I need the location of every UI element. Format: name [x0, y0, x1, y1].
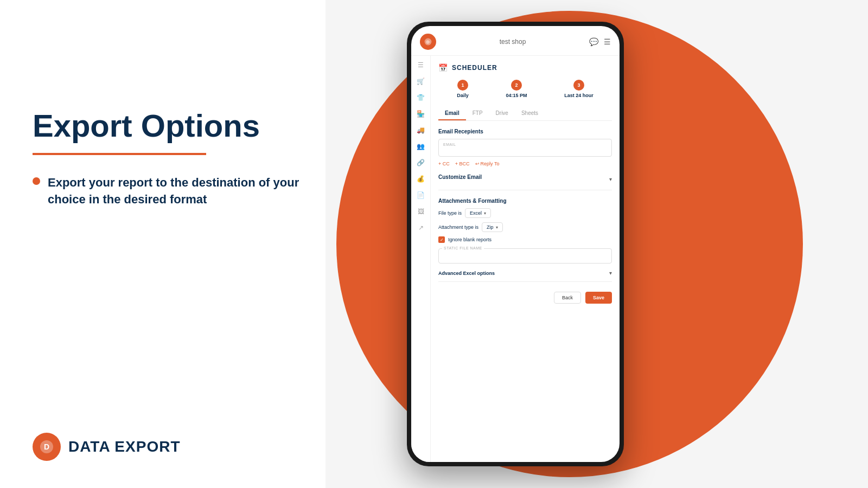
app-body: ☰ 🛒 👕 🏪 🚚 👥 🔗 💰 📄 🖼 ↗ 📅 — [411, 56, 620, 462]
scheduler-header: 📅 SCHEDULER — [438, 63, 612, 72]
step-3-badge: 3 — [573, 80, 584, 91]
tabs-row: Email FTP Drive Sheets — [438, 107, 612, 121]
bcc-button[interactable]: + BCC — [455, 161, 470, 166]
customize-chevron-icon[interactable]: ▾ — [609, 176, 612, 182]
sidebar-doc-icon[interactable]: 📄 — [417, 191, 425, 199]
hero-title: Export Options — [33, 108, 304, 143]
advanced-excel-label: Advanced Excel options — [438, 271, 495, 276]
save-button[interactable]: Save — [585, 292, 612, 304]
bullet-text: Export your report to the destination of… — [48, 175, 304, 208]
svg-text:D: D — [426, 40, 430, 44]
ignore-blank-row: ✓ Ignore blank reports — [438, 236, 612, 243]
attachment-type-select[interactable]: Zip ▾ — [482, 222, 503, 232]
email-field-wrap[interactable]: EMAIL — [438, 139, 612, 157]
step-2: 2 04:15 PM — [506, 80, 527, 98]
email-field-label: EMAIL — [443, 143, 607, 146]
logo-section: D DATA EXPORT — [33, 433, 304, 461]
hero-bullet: Export your report to the destination of… — [33, 175, 304, 208]
sidebar-shirt-icon[interactable]: 👕 — [417, 94, 425, 101]
tab-sheets[interactable]: Sheets — [515, 107, 545, 120]
reply-icon: ↩ — [475, 161, 480, 166]
app-sidebar: ☰ 🛒 👕 🏪 🚚 👥 🔗 💰 📄 🖼 ↗ — [411, 56, 431, 462]
sidebar-cart-icon[interactable]: 🛒 — [417, 78, 425, 85]
tab-email[interactable]: Email — [438, 107, 466, 120]
sidebar-users-icon[interactable]: 👥 — [417, 143, 425, 150]
step-2-badge: 2 — [511, 80, 522, 91]
static-file-input[interactable] — [443, 252, 607, 260]
advanced-chevron-icon[interactable]: ▾ — [609, 270, 612, 276]
app-logo-small: D — [420, 34, 436, 50]
left-section: Export Options Export your report to the… — [0, 0, 336, 488]
sidebar-link-icon[interactable]: 🔗 — [417, 159, 425, 166]
sidebar-menu-icon[interactable]: ☰ — [418, 61, 424, 69]
attachments-title: Attachments & Formatting — [438, 198, 612, 204]
app-main-content: 📅 SCHEDULER 1 Daily 2 04:15 PM — [431, 56, 620, 462]
ignore-blank-label: Ignore blank reports — [448, 237, 492, 242]
bullet-dot-icon — [33, 177, 40, 185]
store-name: test shop — [500, 38, 526, 46]
phone-inner: D test shop 💬 ☰ ☰ 🛒 👕 🏪 🚚 👥 — [411, 26, 620, 462]
step-2-label: 04:15 PM — [506, 93, 527, 98]
attachments-section: Attachments & Formatting File type is Ex… — [438, 198, 612, 264]
attachment-type-value: Zip — [487, 224, 494, 230]
file-type-label: File type is — [438, 210, 462, 216]
advanced-excel-row[interactable]: Advanced Excel options ▾ — [438, 270, 612, 282]
step-1-badge: 1 — [457, 80, 468, 91]
cc-bcc-row: + CC + BCC ↩ Reply To — [438, 161, 612, 166]
chat-icon[interactable]: 💬 — [589, 37, 598, 46]
sidebar-image-icon[interactable]: 🖼 — [418, 208, 424, 215]
tab-ftp[interactable]: FTP — [466, 107, 489, 120]
cc-button[interactable]: + CC — [438, 161, 450, 166]
sidebar-shop-icon[interactable]: 🏪 — [417, 110, 425, 118]
menu-icon[interactable]: ☰ — [604, 37, 611, 46]
right-section: D test shop 💬 ☰ ☰ 🛒 👕 🏪 🚚 👥 — [326, 0, 868, 488]
step-1-label: Daily — [457, 93, 469, 98]
sidebar-share-icon[interactable]: ↗ — [418, 224, 424, 232]
logo-text: DATA EXPORT — [68, 438, 180, 455]
customize-email-row[interactable]: Customize Email ▾ — [438, 174, 612, 190]
app-topbar: D test shop 💬 ☰ — [411, 26, 620, 56]
attachment-type-label: Attachment type is — [438, 224, 478, 230]
file-type-select[interactable]: Excel ▾ — [465, 208, 491, 218]
static-file-wrap[interactable]: STATIC FILE NAME — [438, 248, 612, 264]
sidebar-delivery-icon[interactable]: 🚚 — [417, 126, 425, 134]
file-type-value: Excel — [470, 210, 482, 216]
reply-to-button[interactable]: ↩ Reply To — [475, 161, 500, 166]
step-3-label: Last 24 hour — [564, 93, 593, 98]
customize-email-label: Customize Email — [438, 174, 482, 180]
scheduler-title: SCHEDULER — [452, 64, 497, 72]
attachment-type-row: Attachment type is Zip ▾ — [438, 222, 612, 232]
ignore-blank-checkbox[interactable]: ✓ — [438, 236, 445, 243]
file-type-row: File type is Excel ▾ — [438, 208, 612, 218]
scheduler-icon: 📅 — [438, 63, 448, 72]
logo-icon: D — [33, 433, 61, 461]
phone-mockup: D test shop 💬 ☰ ☰ 🛒 👕 🏪 🚚 👥 — [407, 22, 624, 466]
email-input[interactable] — [443, 146, 607, 153]
hero-content: Export Options Export your report to the… — [33, 108, 304, 208]
email-recipients-title: Email Recepients — [438, 129, 612, 134]
attachment-type-chevron-icon: ▾ — [496, 225, 498, 230]
hero-underline — [33, 153, 206, 155]
static-file-label: STATIC FILE NAME — [442, 246, 484, 250]
file-type-chevron-icon: ▾ — [484, 211, 486, 216]
sidebar-money-icon[interactable]: 💰 — [417, 175, 425, 183]
tab-drive[interactable]: Drive — [489, 107, 515, 120]
back-button[interactable]: Back — [554, 292, 581, 304]
action-buttons-row: Back Save — [438, 290, 612, 304]
steps-row: 1 Daily 2 04:15 PM 3 Last 24 hour — [438, 80, 612, 98]
topbar-icons: 💬 ☰ — [589, 37, 611, 46]
reply-to-label: Reply To — [481, 161, 500, 166]
step-1: 1 Daily — [457, 80, 469, 98]
svg-text:D: D — [44, 442, 49, 451]
step-3: 3 Last 24 hour — [564, 80, 593, 98]
